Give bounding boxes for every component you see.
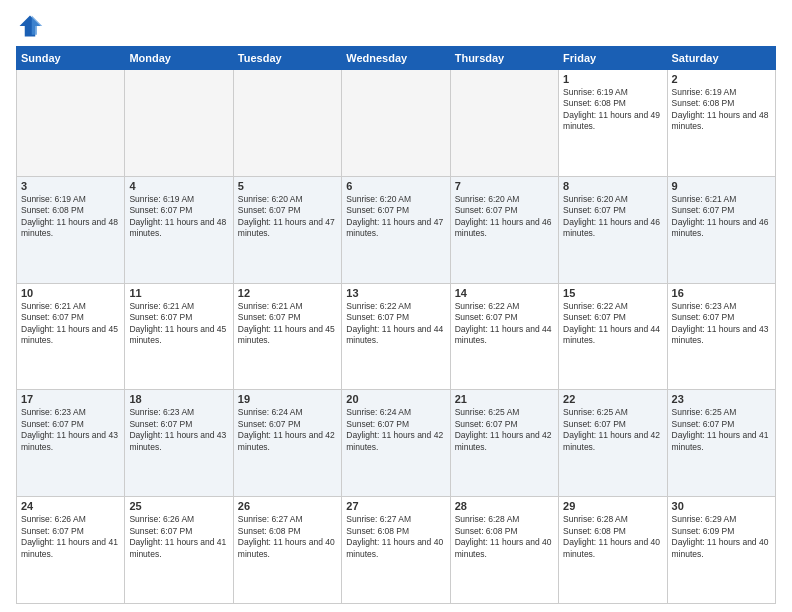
calendar-cell: 23Sunrise: 6:25 AM Sunset: 6:07 PM Dayli…	[667, 390, 775, 497]
day-info: Sunrise: 6:22 AM Sunset: 6:07 PM Dayligh…	[455, 301, 554, 347]
day-info: Sunrise: 6:25 AM Sunset: 6:07 PM Dayligh…	[563, 407, 662, 453]
day-number: 8	[563, 180, 662, 192]
day-number: 15	[563, 287, 662, 299]
calendar-cell: 5Sunrise: 6:20 AM Sunset: 6:07 PM Daylig…	[233, 176, 341, 283]
day-info: Sunrise: 6:27 AM Sunset: 6:08 PM Dayligh…	[346, 514, 445, 560]
calendar-cell: 15Sunrise: 6:22 AM Sunset: 6:07 PM Dayli…	[559, 283, 667, 390]
calendar-cell: 14Sunrise: 6:22 AM Sunset: 6:07 PM Dayli…	[450, 283, 558, 390]
day-info: Sunrise: 6:21 AM Sunset: 6:07 PM Dayligh…	[672, 194, 771, 240]
day-info: Sunrise: 6:23 AM Sunset: 6:07 PM Dayligh…	[21, 407, 120, 453]
calendar-cell	[342, 70, 450, 177]
day-info: Sunrise: 6:20 AM Sunset: 6:07 PM Dayligh…	[238, 194, 337, 240]
header	[16, 12, 776, 40]
calendar-cell: 17Sunrise: 6:23 AM Sunset: 6:07 PM Dayli…	[17, 390, 125, 497]
calendar-cell: 28Sunrise: 6:28 AM Sunset: 6:08 PM Dayli…	[450, 497, 558, 604]
day-info: Sunrise: 6:20 AM Sunset: 6:07 PM Dayligh…	[346, 194, 445, 240]
calendar-week-row-5: 24Sunrise: 6:26 AM Sunset: 6:07 PM Dayli…	[17, 497, 776, 604]
day-number: 11	[129, 287, 228, 299]
day-info: Sunrise: 6:28 AM Sunset: 6:08 PM Dayligh…	[455, 514, 554, 560]
day-number: 22	[563, 393, 662, 405]
day-number: 19	[238, 393, 337, 405]
calendar-cell: 25Sunrise: 6:26 AM Sunset: 6:07 PM Dayli…	[125, 497, 233, 604]
calendar-cell: 21Sunrise: 6:25 AM Sunset: 6:07 PM Dayli…	[450, 390, 558, 497]
weekday-header-row: SundayMondayTuesdayWednesdayThursdayFrid…	[17, 47, 776, 70]
day-info: Sunrise: 6:21 AM Sunset: 6:07 PM Dayligh…	[21, 301, 120, 347]
day-number: 27	[346, 500, 445, 512]
calendar-cell: 2Sunrise: 6:19 AM Sunset: 6:08 PM Daylig…	[667, 70, 775, 177]
day-number: 2	[672, 73, 771, 85]
day-number: 28	[455, 500, 554, 512]
day-info: Sunrise: 6:20 AM Sunset: 6:07 PM Dayligh…	[455, 194, 554, 240]
day-number: 21	[455, 393, 554, 405]
calendar-cell: 9Sunrise: 6:21 AM Sunset: 6:07 PM Daylig…	[667, 176, 775, 283]
day-number: 23	[672, 393, 771, 405]
day-number: 17	[21, 393, 120, 405]
day-info: Sunrise: 6:22 AM Sunset: 6:07 PM Dayligh…	[563, 301, 662, 347]
calendar-cell: 10Sunrise: 6:21 AM Sunset: 6:07 PM Dayli…	[17, 283, 125, 390]
day-info: Sunrise: 6:19 AM Sunset: 6:08 PM Dayligh…	[21, 194, 120, 240]
calendar-cell: 13Sunrise: 6:22 AM Sunset: 6:07 PM Dayli…	[342, 283, 450, 390]
calendar-cell: 1Sunrise: 6:19 AM Sunset: 6:08 PM Daylig…	[559, 70, 667, 177]
day-number: 4	[129, 180, 228, 192]
calendar-cell: 22Sunrise: 6:25 AM Sunset: 6:07 PM Dayli…	[559, 390, 667, 497]
day-number: 26	[238, 500, 337, 512]
weekday-header-thursday: Thursday	[450, 47, 558, 70]
day-number: 14	[455, 287, 554, 299]
day-info: Sunrise: 6:22 AM Sunset: 6:07 PM Dayligh…	[346, 301, 445, 347]
calendar-table: SundayMondayTuesdayWednesdayThursdayFrid…	[16, 46, 776, 604]
day-info: Sunrise: 6:23 AM Sunset: 6:07 PM Dayligh…	[129, 407, 228, 453]
calendar-cell: 27Sunrise: 6:27 AM Sunset: 6:08 PM Dayli…	[342, 497, 450, 604]
day-info: Sunrise: 6:21 AM Sunset: 6:07 PM Dayligh…	[129, 301, 228, 347]
calendar-cell: 3Sunrise: 6:19 AM Sunset: 6:08 PM Daylig…	[17, 176, 125, 283]
day-number: 5	[238, 180, 337, 192]
calendar-cell	[125, 70, 233, 177]
calendar-cell: 18Sunrise: 6:23 AM Sunset: 6:07 PM Dayli…	[125, 390, 233, 497]
calendar-week-row-1: 1Sunrise: 6:19 AM Sunset: 6:08 PM Daylig…	[17, 70, 776, 177]
calendar-cell: 8Sunrise: 6:20 AM Sunset: 6:07 PM Daylig…	[559, 176, 667, 283]
calendar-cell: 29Sunrise: 6:28 AM Sunset: 6:08 PM Dayli…	[559, 497, 667, 604]
logo	[16, 12, 48, 40]
day-info: Sunrise: 6:27 AM Sunset: 6:08 PM Dayligh…	[238, 514, 337, 560]
weekday-header-wednesday: Wednesday	[342, 47, 450, 70]
page: SundayMondayTuesdayWednesdayThursdayFrid…	[0, 0, 792, 612]
day-number: 29	[563, 500, 662, 512]
day-info: Sunrise: 6:25 AM Sunset: 6:07 PM Dayligh…	[672, 407, 771, 453]
weekday-header-monday: Monday	[125, 47, 233, 70]
day-info: Sunrise: 6:19 AM Sunset: 6:08 PM Dayligh…	[563, 87, 662, 133]
day-info: Sunrise: 6:25 AM Sunset: 6:07 PM Dayligh…	[455, 407, 554, 453]
day-number: 13	[346, 287, 445, 299]
calendar-cell: 6Sunrise: 6:20 AM Sunset: 6:07 PM Daylig…	[342, 176, 450, 283]
calendar-cell: 4Sunrise: 6:19 AM Sunset: 6:07 PM Daylig…	[125, 176, 233, 283]
calendar-cell: 16Sunrise: 6:23 AM Sunset: 6:07 PM Dayli…	[667, 283, 775, 390]
day-number: 1	[563, 73, 662, 85]
day-info: Sunrise: 6:26 AM Sunset: 6:07 PM Dayligh…	[129, 514, 228, 560]
weekday-header-sunday: Sunday	[17, 47, 125, 70]
day-number: 25	[129, 500, 228, 512]
calendar-cell: 24Sunrise: 6:26 AM Sunset: 6:07 PM Dayli…	[17, 497, 125, 604]
calendar-cell: 7Sunrise: 6:20 AM Sunset: 6:07 PM Daylig…	[450, 176, 558, 283]
calendar-week-row-4: 17Sunrise: 6:23 AM Sunset: 6:07 PM Dayli…	[17, 390, 776, 497]
calendar-cell: 30Sunrise: 6:29 AM Sunset: 6:09 PM Dayli…	[667, 497, 775, 604]
day-number: 9	[672, 180, 771, 192]
weekday-header-saturday: Saturday	[667, 47, 775, 70]
day-number: 24	[21, 500, 120, 512]
day-info: Sunrise: 6:23 AM Sunset: 6:07 PM Dayligh…	[672, 301, 771, 347]
day-info: Sunrise: 6:26 AM Sunset: 6:07 PM Dayligh…	[21, 514, 120, 560]
calendar-cell: 11Sunrise: 6:21 AM Sunset: 6:07 PM Dayli…	[125, 283, 233, 390]
day-info: Sunrise: 6:20 AM Sunset: 6:07 PM Dayligh…	[563, 194, 662, 240]
day-number: 18	[129, 393, 228, 405]
calendar-cell: 12Sunrise: 6:21 AM Sunset: 6:07 PM Dayli…	[233, 283, 341, 390]
day-info: Sunrise: 6:24 AM Sunset: 6:07 PM Dayligh…	[346, 407, 445, 453]
calendar-cell	[233, 70, 341, 177]
weekday-header-tuesday: Tuesday	[233, 47, 341, 70]
day-number: 7	[455, 180, 554, 192]
day-info: Sunrise: 6:28 AM Sunset: 6:08 PM Dayligh…	[563, 514, 662, 560]
day-number: 6	[346, 180, 445, 192]
calendar-cell: 26Sunrise: 6:27 AM Sunset: 6:08 PM Dayli…	[233, 497, 341, 604]
day-number: 3	[21, 180, 120, 192]
day-info: Sunrise: 6:19 AM Sunset: 6:08 PM Dayligh…	[672, 87, 771, 133]
calendar-cell: 20Sunrise: 6:24 AM Sunset: 6:07 PM Dayli…	[342, 390, 450, 497]
day-info: Sunrise: 6:21 AM Sunset: 6:07 PM Dayligh…	[238, 301, 337, 347]
calendar-cell: 19Sunrise: 6:24 AM Sunset: 6:07 PM Dayli…	[233, 390, 341, 497]
day-number: 10	[21, 287, 120, 299]
